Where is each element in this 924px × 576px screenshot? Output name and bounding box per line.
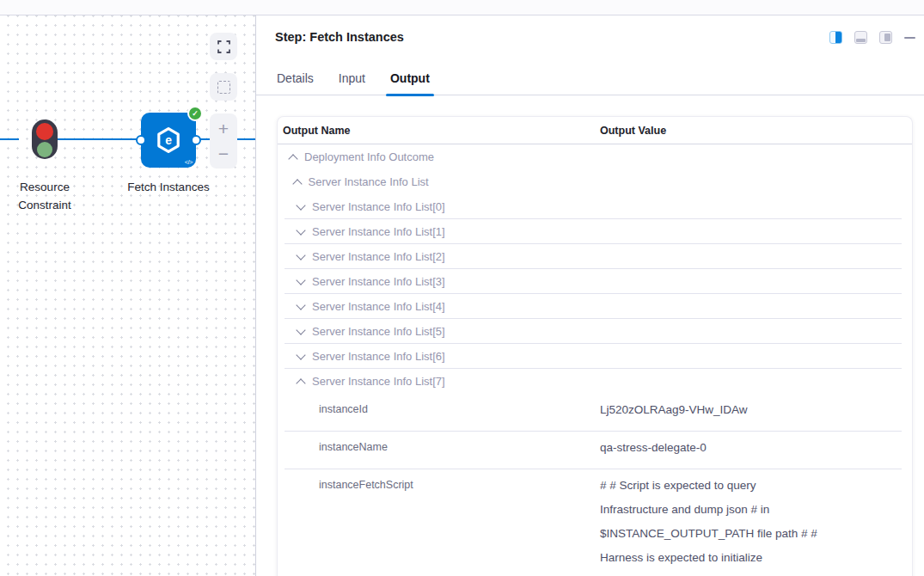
chevron-down-icon [296,200,305,210]
chevron-up-icon [292,179,302,188]
code-icon: </> [185,158,193,166]
output-value: Lj520zOLRAag9-VHw_IDAw [600,398,896,422]
tree-row[interactable]: Server Instance Info List[0] [278,194,912,219]
column-header-output-name: Output Name [283,125,600,137]
output-key: instanceId [319,401,600,422]
column-header-output-value: Output Value [600,125,912,137]
output-key: instanceName [319,439,600,460]
tree-row-label: Server Instance Info List[1] [312,225,445,238]
tree-row[interactable]: Server Instance Info List [278,169,912,194]
layout-bottom-panel-icon[interactable] [854,31,867,44]
pipeline-edge [0,138,19,140]
output-kv-row: instanceName qa-stress-delegate-0 [278,432,912,469]
tree-row[interactable]: Server Instance Info List[4] [278,294,912,319]
tab-bar: Details Input Output [277,71,430,96]
pipeline-edge [58,138,137,140]
chevron-down-icon [296,350,305,359]
chevron-down-icon [296,325,305,334]
tree-row[interactable]: Server Instance Info List[7] [278,369,912,394]
tree-row-label: Server Instance Info List [309,175,429,188]
node-resource-constraint[interactable] [32,119,58,159]
output-kv-row: instanceId Lj520zOLRAag9-VHw_IDAw [278,394,912,432]
chevron-up-icon [296,378,305,388]
zoom-control: + − [210,113,237,169]
panel-title: Step: Fetch Instances [275,30,404,44]
tree-row-label: Server Instance Info List[2] [312,250,445,263]
zoom-in-button[interactable]: + [218,119,229,138]
select-area-button[interactable] [210,73,237,101]
node-label: Resource Constraint [0,178,96,214]
output-kv-row: instanceFetchScript # # Script is expect… [278,469,912,576]
tree-row[interactable]: Deployment Info Outcome [278,144,912,169]
node-fetch-instances[interactable]: e </> [141,113,196,168]
chevron-down-icon [296,300,305,309]
green-light-icon [37,142,52,157]
tree-row[interactable]: Server Instance Info List[6] [278,344,912,369]
chevron-down-icon [296,275,305,285]
shell-script-icon: e [155,126,182,154]
fit-to-screen-button[interactable] [210,33,237,60]
tree-row-label: Deployment Info Outcome [304,150,434,163]
expand-icon [217,40,230,53]
chevron-down-icon [296,225,305,235]
chevron-up-icon [288,154,297,163]
chevron-down-icon [296,250,305,260]
tree-row-label: Server Instance Info List[7] [312,375,445,388]
node-port-right [191,135,201,145]
minimize-icon[interactable] [904,37,915,39]
tree-row-label: Server Instance Info List[5] [312,325,445,338]
output-table-header: Output Name Output Value [278,117,912,144]
tree-row-label: Server Instance Info List[4] [312,300,445,313]
red-light-icon [36,123,53,140]
tab-output[interactable]: Output [390,71,430,96]
zoom-out-button[interactable]: − [218,144,229,162]
tree-row[interactable]: Server Instance Info List[1] [278,219,912,244]
tree-row[interactable]: Server Instance Info List[5] [278,319,912,344]
tree-row-label: Server Instance Info List[6] [312,350,445,363]
tab-input[interactable]: Input [339,71,365,96]
layout-floating-panel-icon[interactable] [879,31,892,44]
tree-row[interactable]: Server Instance Info List[2] [278,244,912,269]
output-value: # # Script is expected to query Infrastr… [600,474,896,576]
marquee-icon [217,81,230,94]
node-label: Fetch Instances [100,178,237,196]
top-bar [0,0,924,15]
success-check-icon [187,106,203,121]
output-value: qa-stress-delegate-0 [600,436,896,460]
layout-right-panel-icon[interactable] [829,31,842,44]
tree-row[interactable]: Server Instance Info List[3] [278,269,912,294]
tab-details[interactable]: Details [277,71,314,96]
output-table: Output Name Output Value Deployment Info… [277,116,913,576]
panel-actions [829,31,915,44]
tree-row-label: Server Instance Info List[0] [312,200,445,213]
canvas-controls: + − [210,33,237,169]
svg-text:e: e [165,133,172,147]
node-port-left [136,135,146,145]
pipeline-canvas[interactable]: Resource Constraint e </> Fetch Instance… [0,15,256,576]
output-key: instanceFetchScript [319,477,600,576]
tree-row-label: Server Instance Info List[3] [312,275,445,288]
step-details-panel: Step: Fetch Instances Details Input Outp… [256,15,924,576]
